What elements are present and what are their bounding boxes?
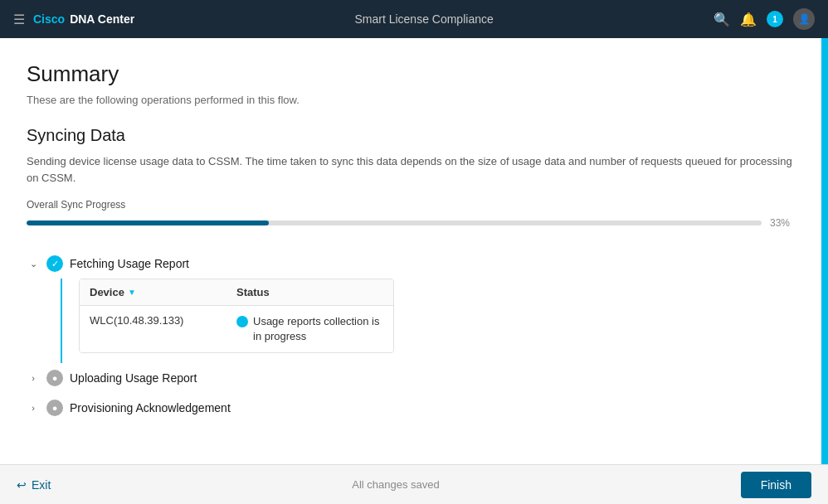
step-fetch: ⌄ ✓ Fetching Usage Report Device ▼ bbox=[27, 249, 795, 363]
notification-badge[interactable]: 1 bbox=[767, 11, 783, 27]
col-status-header: Status bbox=[236, 286, 383, 298]
brand-logo: Cisco DNA Center bbox=[33, 12, 134, 26]
bell-icon[interactable]: 🔔 bbox=[740, 12, 757, 27]
exit-label: Exit bbox=[32, 478, 51, 492]
device-name: WLC(10.48.39.133) bbox=[90, 314, 236, 327]
progress-row: 33% bbox=[27, 217, 795, 229]
brand-cisco-text: Cisco bbox=[33, 12, 65, 26]
progress-bar-background bbox=[27, 220, 762, 225]
step-provision: › ● Provisioning Acknowledgement bbox=[27, 393, 795, 423]
brand-area: ☰ Cisco DNA Center bbox=[13, 12, 134, 27]
right-accent-bar bbox=[821, 38, 828, 464]
page-subtitle: These are the following operations perfo… bbox=[27, 94, 795, 106]
step-provision-header[interactable]: › ● Provisioning Acknowledgement bbox=[27, 393, 795, 423]
step-upload-header[interactable]: › ● Uploading Usage Report bbox=[27, 363, 795, 393]
col-device-header: Device ▼ bbox=[90, 286, 236, 298]
search-icon[interactable]: 🔍 bbox=[714, 12, 730, 27]
hamburger-icon[interactable]: ☰ bbox=[13, 12, 25, 27]
chevron-right-icon-2: › bbox=[27, 401, 40, 414]
exit-button[interactable]: ↩ Exit bbox=[17, 478, 51, 492]
page-title: Summary bbox=[27, 61, 795, 87]
device-status: Usage reports collection is in progress bbox=[236, 314, 383, 344]
bottom-bar: ↩ Exit All changes saved Finish bbox=[0, 464, 828, 504]
exit-icon: ↩ bbox=[17, 478, 27, 492]
save-status: All changes saved bbox=[352, 478, 440, 491]
chevron-down-icon: ⌄ bbox=[27, 257, 40, 270]
brand-dna-text: DNA Center bbox=[70, 12, 134, 26]
step-fetch-header[interactable]: ⌄ ✓ Fetching Usage Report bbox=[27, 249, 795, 279]
step-upload-label: Uploading Usage Report bbox=[70, 371, 197, 385]
step-fetch-icon: ✓ bbox=[46, 255, 63, 272]
progress-label: Overall Sync Progress bbox=[27, 199, 795, 211]
user-avatar[interactable]: 👤 bbox=[793, 8, 815, 30]
status-text: Usage reports collection is in progress bbox=[253, 314, 383, 344]
step-upload: › ● Uploading Usage Report bbox=[27, 363, 795, 393]
device-table-header: Device ▼ Status bbox=[80, 279, 393, 306]
step-provision-label: Provisioning Acknowledgement bbox=[70, 401, 231, 414]
progress-bar-fill bbox=[27, 220, 269, 225]
progress-percentage: 33% bbox=[770, 217, 795, 229]
section-description: Sending device license usage data to CSS… bbox=[27, 153, 795, 186]
table-row: WLC(10.48.39.133) Usage reports collecti… bbox=[80, 306, 393, 352]
step-line bbox=[61, 279, 62, 363]
step-fetch-table-wrapper: Device ▼ Status WLC(10.48.39.133) Usage … bbox=[79, 279, 795, 353]
step-fetch-body: Device ▼ Status WLC(10.48.39.133) Usage … bbox=[27, 279, 795, 363]
topnav-actions: 🔍 🔔 1 👤 bbox=[714, 8, 815, 30]
sort-arrow-icon[interactable]: ▼ bbox=[128, 288, 136, 297]
step-provision-icon: ● bbox=[46, 400, 63, 416]
step-fetch-label: Fetching Usage Report bbox=[70, 257, 189, 270]
page-header-title: Smart License Compliance bbox=[134, 12, 714, 26]
finish-button[interactable]: Finish bbox=[741, 472, 811, 498]
step-upload-icon: ● bbox=[46, 370, 63, 386]
section-title: Syncing Data bbox=[27, 126, 795, 145]
status-indicator bbox=[236, 316, 248, 327]
main-content: Summary These are the following operatio… bbox=[0, 38, 821, 464]
page-wrapper: Summary These are the following operatio… bbox=[0, 38, 828, 464]
steps-container: ⌄ ✓ Fetching Usage Report Device ▼ bbox=[27, 249, 795, 423]
top-navigation: ☰ Cisco DNA Center Smart License Complia… bbox=[0, 0, 828, 38]
device-table: Device ▼ Status WLC(10.48.39.133) Usage … bbox=[79, 279, 394, 353]
chevron-right-icon: › bbox=[27, 371, 40, 385]
